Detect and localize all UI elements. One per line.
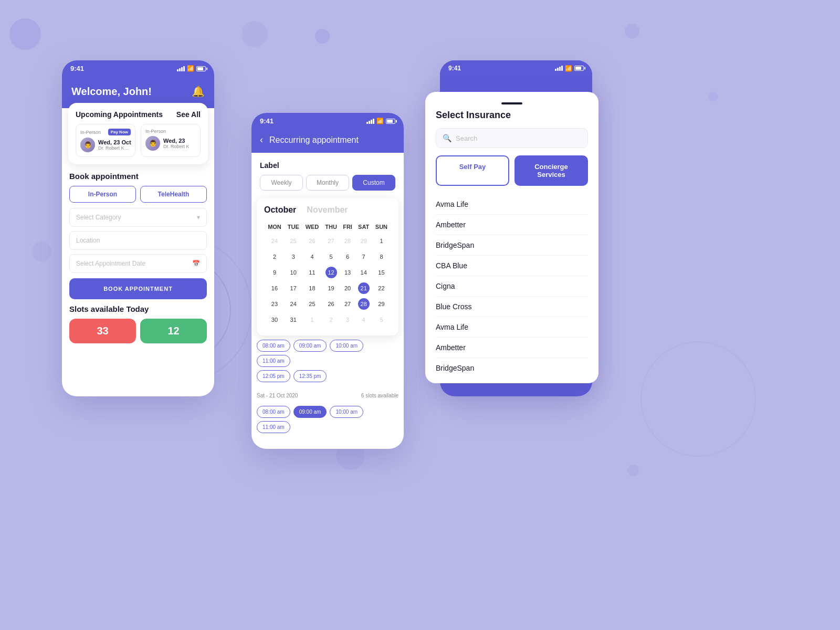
in-person-button[interactable]: In-Person	[69, 186, 136, 203]
calendar-day[interactable]: 19	[322, 281, 339, 296]
time-slot-1000[interactable]: 10:00 am	[330, 340, 363, 352]
calendar-day[interactable]: 1	[373, 234, 390, 248]
calendar-week-0: 2425262728291	[265, 234, 390, 248]
calendar-day[interactable]: 13	[341, 265, 355, 280]
calendar-day[interactable]: 31	[285, 312, 302, 327]
self-pay-button[interactable]: Self Pay	[436, 155, 509, 186]
wifi-icon-3: 📶	[565, 65, 572, 72]
bell-icon[interactable]: 🔔	[192, 85, 205, 98]
calendar-day[interactable]: 25	[285, 234, 302, 248]
time-slot2-1000[interactable]: 10:00 am	[330, 406, 363, 418]
calendar-day[interactable]: 9	[265, 265, 284, 280]
calendar-day[interactable]: 30	[265, 312, 284, 327]
pay-now-button[interactable]: Pay Now	[108, 129, 131, 135]
calendar-day[interactable]: 2	[322, 312, 339, 327]
calendar-day[interactable]: 10	[285, 265, 302, 280]
calendar-day[interactable]: 22	[373, 281, 390, 296]
insurance-list-item[interactable]: Avma Life	[436, 317, 588, 338]
location-field[interactable]: Location	[69, 231, 207, 250]
appointment-item-2[interactable]: In-Person 👨 Wed, 23 Dr. Robert K	[141, 124, 201, 157]
calendar-day[interactable]: 25	[302, 297, 321, 311]
calendar-day[interactable]: 5	[322, 249, 339, 264]
insurance-search-bar[interactable]: 🔍 Search	[436, 128, 588, 148]
category-field[interactable]: Select Category ▾	[69, 208, 207, 227]
insurance-list-item[interactable]: CBA Blue	[436, 256, 588, 276]
insurance-list-item[interactable]: Ambetter	[436, 215, 588, 235]
calendar-months: October November	[264, 205, 391, 215]
wifi-icon-2: 📶	[376, 118, 384, 124]
calendar-day[interactable]: 8	[373, 249, 390, 264]
insurance-list-item[interactable]: Ambetter	[436, 338, 588, 358]
book-section: Book appointment In-Person TeleHealth Se…	[62, 164, 214, 299]
calendar-day[interactable]: 29	[355, 234, 372, 248]
calendar-day[interactable]: 16	[265, 281, 284, 296]
calendar-day[interactable]: 27	[341, 297, 355, 311]
date-field[interactable]: Select Appointment Date 📅	[69, 254, 207, 273]
calendar-day[interactable]: 26	[322, 297, 339, 311]
calendar-day[interactable]: 5	[373, 312, 390, 327]
slots-title: Slots available Today	[69, 304, 207, 313]
time-slots-2: 08:00 am 09:00 am 10:00 am 11:00 am	[251, 402, 404, 440]
day-header-sun: SUN	[373, 221, 390, 233]
signal-icon-2	[366, 119, 374, 124]
calendar-day[interactable]: 2	[265, 249, 284, 264]
phone1-time: 9:41	[70, 65, 84, 72]
insurance-list-item[interactable]: Blue Cross	[436, 297, 588, 317]
time-slot2-1100[interactable]: 11:00 am	[257, 421, 290, 433]
insurance-list-item[interactable]: Avma Life	[436, 194, 588, 215]
calendar-week-1: 2345678	[265, 249, 390, 264]
wifi-icon: 📶	[187, 65, 194, 72]
telehealth-button[interactable]: TeleHealth	[140, 186, 207, 203]
weekly-button[interactable]: Weekly	[260, 175, 303, 191]
day-header-mon: MON	[265, 221, 284, 233]
calendar-day[interactable]: 28	[341, 234, 355, 248]
calendar-day[interactable]: 6	[341, 249, 355, 264]
back-button[interactable]: ‹	[260, 134, 263, 145]
calendar-day[interactable]: 11	[302, 265, 321, 280]
concierge-services-button[interactable]: Concierge Services	[514, 155, 588, 186]
calendar-week-4: 23242526272829	[265, 297, 390, 311]
insurance-list-item[interactable]: BridgeSpan	[436, 235, 588, 256]
insurance-list-item[interactable]: Cigna	[436, 276, 588, 297]
calendar-day[interactable]: 26	[302, 234, 321, 248]
calendar-day[interactable]: 14	[355, 265, 372, 280]
calendar-day[interactable]: 7	[355, 249, 372, 264]
calendar-day[interactable]: 27	[322, 234, 339, 248]
calendar-day[interactable]: 24	[285, 297, 302, 311]
insurance-list-item[interactable]: BridgeSpan	[436, 358, 588, 373]
appointment-item-1[interactable]: In-Person Pay Now 👨 Wed, 23 Oct Dr. Robe…	[76, 124, 135, 157]
calendar-day[interactable]: 18	[302, 281, 321, 296]
monthly-button[interactable]: Monthly	[306, 175, 349, 191]
calendar-week-3: 16171819202122	[265, 281, 390, 296]
time-slot-1205[interactable]: 12:05 pm	[257, 370, 290, 382]
calendar-day[interactable]: 1	[302, 312, 321, 327]
calendar-day[interactable]: 15	[373, 265, 390, 280]
calendar-day[interactable]: 23	[265, 297, 284, 311]
time-slot-0800[interactable]: 08:00 am	[257, 340, 290, 352]
calendar-day[interactable]: 17	[285, 281, 302, 296]
calendar-header-row: MON TUE WED THU FRI SAT SUN	[265, 221, 390, 233]
calendar-day[interactable]: 12	[322, 265, 339, 280]
calendar-day[interactable]: 29	[373, 297, 390, 311]
see-all-link[interactable]: See All	[176, 110, 201, 119]
calendar-day[interactable]: 21	[355, 281, 372, 296]
custom-button[interactable]: Custom	[352, 175, 395, 191]
calendar-day[interactable]: 24	[265, 234, 284, 248]
calendar-day[interactable]: 20	[341, 281, 355, 296]
time-slot2-0800[interactable]: 08:00 am	[257, 406, 290, 418]
calendar-day[interactable]: 4	[302, 249, 321, 264]
time-slot2-0900[interactable]: 09:00 am	[293, 406, 327, 418]
calendar-day[interactable]: 4	[355, 312, 372, 327]
time-slot-1100[interactable]: 11:00 am	[257, 355, 290, 367]
appt1-date: Wed, 23 Oct	[98, 139, 131, 145]
book-appointment-button[interactable]: BOOK APPOINTMENT	[69, 278, 207, 299]
time-slot-1235[interactable]: 12:35 pm	[293, 370, 327, 382]
appointments-title: Upcoming Appointments	[76, 110, 163, 119]
calendar-day[interactable]: 28	[355, 297, 372, 311]
calendar-day[interactable]: 3	[341, 312, 355, 327]
calendar-day[interactable]: 3	[285, 249, 302, 264]
calendar-week-5: 303112345	[265, 312, 390, 327]
label-section: Label Weekly Monthly Custom	[251, 153, 404, 191]
time-slot-0900[interactable]: 09:00 am	[293, 340, 327, 352]
battery-icon	[196, 66, 206, 71]
